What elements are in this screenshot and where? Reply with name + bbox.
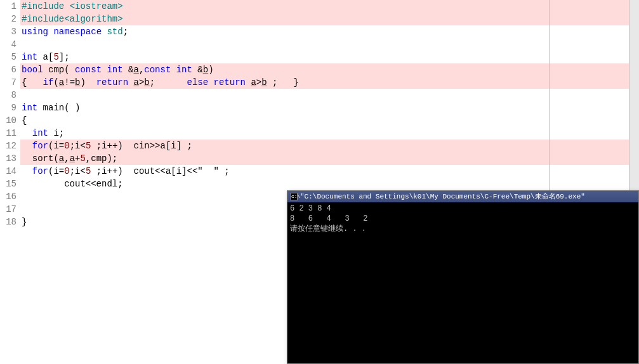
code-line[interactable]: #include<algorithm> [20,13,639,25]
line-number-gutter: 1 2 3 4 5 6 7 8 9 10 11 12 13 14 15 16 1… [0,0,20,364]
code-line[interactable]: #include <iostream> [20,0,639,13]
line-number: 11 [0,127,16,140]
code-line[interactable]: for(i=0;i<5 ;i++) cin>>a[i] ; [20,140,639,152]
console-window[interactable]: c:\ "C:\Documents and Settings\k01\My Do… [287,190,639,364]
code-line[interactable]: cout<<endl; [20,178,639,190]
line-number: 9 [0,101,16,114]
line-number: 15 [0,178,16,190]
code-line[interactable]: int main( ) [20,101,639,114]
code-line[interactable]: sort(a,a+5,cmp); [20,152,639,165]
console-title-text: "C:\Documents and Settings\k01\My Docume… [300,191,585,202]
line-number: 14 [0,165,16,178]
line-number: 1 [0,0,16,13]
code-line[interactable]: int a[5]; [20,51,639,63]
code-line[interactable]: using namespace std; [20,25,639,38]
line-number: 17 [0,203,16,216]
line-number: 16 [0,190,16,203]
cmd-icon: c:\ [290,193,298,200]
code-line[interactable]: int i; [20,127,639,140]
console-titlebar[interactable]: c:\ "C:\Documents and Settings\k01\My Do… [287,191,638,202]
code-line[interactable]: { [20,114,639,127]
code-line[interactable] [20,38,639,51]
line-number: 5 [0,51,16,63]
line-number: 12 [0,140,16,152]
code-line[interactable] [20,89,639,101]
line-number: 7 [0,76,16,89]
code-line[interactable]: { if(a!=b) return a>b; else return a>b ;… [20,76,639,89]
line-number: 18 [0,216,16,228]
line-number: 2 [0,13,16,25]
line-number: 10 [0,114,16,127]
code-line[interactable]: bool cmp( const int &a,const int &b) [20,63,639,76]
line-number: 8 [0,89,16,101]
line-number: 3 [0,25,16,38]
line-number: 4 [0,38,16,51]
code-line[interactable]: for(i=0;i<5 ;i++) cout<<a[i]<<" " ; [20,165,639,178]
line-number: 6 [0,63,16,76]
console-output: 6 2 3 8 48 6 4 3 2请按任意键继续. . . [287,202,638,235]
line-number: 13 [0,152,16,165]
